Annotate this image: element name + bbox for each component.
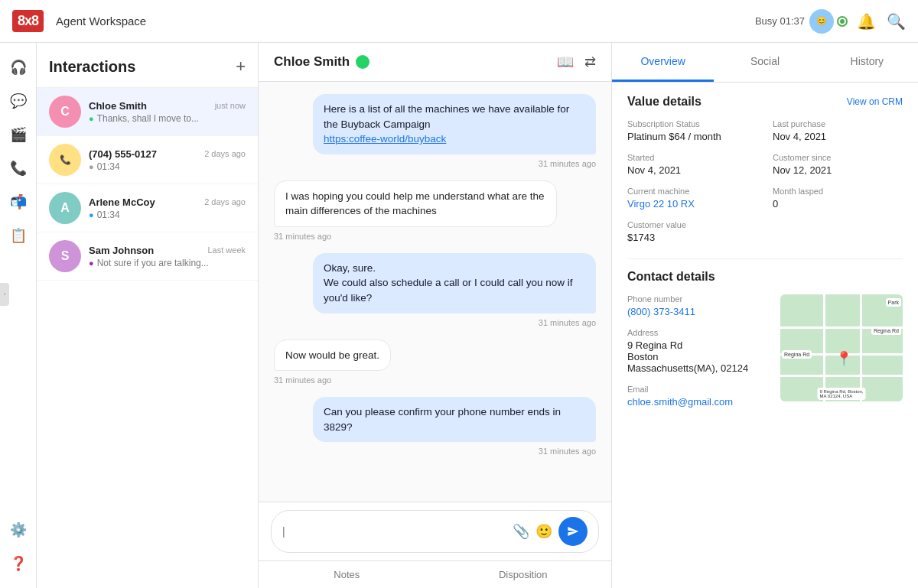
email-label: Email: [627, 385, 770, 394]
collapse-handle[interactable]: ‹: [0, 283, 9, 306]
left-nav: 🎧 💬 🎬 📞 📬 📋 ⚙️ ❓: [0, 43, 37, 588]
last-purchase-label: Last purchase: [773, 119, 903, 128]
current-machine-label: Current machine: [627, 187, 757, 196]
chat-input-area: 📎 🙂: [259, 502, 611, 560]
subscription-status-label: Subscription Status: [627, 119, 757, 128]
interactions-header: Interactions +: [37, 43, 258, 88]
view-crm-link[interactable]: View on CRM: [847, 96, 903, 107]
message-group-3: Okay, sure. We could also schedule a cal…: [274, 253, 596, 327]
month-lapsed-item: Month lasped 0: [773, 187, 903, 210]
message-time-4: 31 minutes ago: [274, 375, 331, 385]
header-right: Busy 01:37 😊 🔔 🔍: [755, 9, 906, 34]
last-purchase-item: Last purchase Nov 4, 2021: [773, 119, 903, 142]
twitter-icon: ●: [89, 210, 94, 219]
value-details-header: Value details View on CRM: [627, 95, 903, 109]
contact-item-sam[interactable]: S Sam Johnson Last week ● Not sure if yo…: [37, 232, 258, 281]
book-icon[interactable]: 📖: [557, 54, 574, 70]
current-machine-item: Current machine Virgo 22 10 RX: [627, 187, 757, 210]
top-header: 8x8 Agent Workspace Busy 01:37 😊 🔔 🔍: [0, 0, 918, 43]
avatar: 😊: [809, 9, 834, 34]
nav-voicemail-icon[interactable]: 📬: [3, 187, 34, 217]
phone-detail-item: Phone number (800) 373-3411: [627, 294, 770, 317]
svg-point-0: [359, 58, 366, 66]
customer-since-value: Nov 12, 2021: [773, 164, 903, 176]
attachment-icon[interactable]: 📎: [513, 523, 529, 540]
interactions-title: Interactions: [49, 58, 135, 76]
chat-contact-name: Chloe Smith: [274, 54, 549, 70]
status-text: Busy 01:37: [755, 15, 805, 27]
customer-value-value: $1743: [627, 232, 757, 243]
value-details-grid: Subscription Status Platinum $64 / month…: [627, 119, 903, 243]
notes-tab[interactable]: Notes: [259, 561, 435, 588]
started-item: Started Nov 4, 2021: [627, 153, 757, 176]
disposition-tab[interactable]: Disposition: [435, 561, 612, 588]
message-group-4: Now would be great. 31 minutes ago: [274, 339, 596, 385]
contact-item-arlene[interactable]: A Arlene McCoy 2 days ago ● 01:34: [37, 184, 258, 232]
contact-time-arlene: 2 days ago: [204, 197, 246, 206]
emoji-icon[interactable]: 🙂: [536, 523, 552, 540]
nav-video-icon[interactable]: 🎬: [3, 119, 34, 150]
message-time-1: 31 minutes ago: [539, 159, 596, 168]
message-bubble-4: Now would be great.: [274, 339, 391, 372]
contact-list: C Chloe Smith just now ● Thanks, shall I…: [37, 88, 258, 588]
chat-bottom-tabs: Notes Disposition: [259, 560, 611, 588]
message-bubble-5: Can you please confirm your phone number…: [313, 397, 596, 442]
tab-history[interactable]: History: [816, 43, 918, 82]
email-value[interactable]: chloe.smith@gmail.com: [627, 396, 770, 408]
search-icon[interactable]: 🔍: [887, 12, 906, 31]
contact-avatar-sam: S: [49, 240, 81, 272]
subscription-status-value: Platinum $64 / month: [627, 131, 757, 142]
settings-icon[interactable]: ⚙️: [3, 515, 34, 545]
send-button[interactable]: [558, 517, 588, 546]
tab-social[interactable]: Social: [714, 43, 815, 82]
logo: 8x8: [12, 10, 44, 32]
map-placeholder: 📍 Park Regina Rd Regina Rd 9 Regina Rd, …: [780, 294, 903, 401]
help-icon[interactable]: ❓: [3, 548, 34, 579]
started-value: Nov 4, 2021: [627, 164, 757, 176]
phone-channel-icon: ●: [89, 162, 94, 171]
contact-avatar-arlene: A: [49, 192, 81, 224]
nav-headset-icon[interactable]: 🎧: [3, 52, 34, 83]
contact-info-arlene: Arlene McCoy 2 days ago ● 01:34: [89, 197, 246, 220]
right-tabs: Overview Social History: [612, 43, 918, 83]
main-content: 🎧 💬 🎬 📞 📬 📋 ⚙️ ❓ Interactions + C Chloe …: [0, 43, 918, 588]
contact-details-body: Phone number (800) 373-3411 Address 9 Re…: [627, 294, 903, 418]
message-bubble-1: Here is a list of all the machines we ha…: [313, 94, 596, 154]
nav-tasks-icon[interactable]: 📋: [3, 220, 34, 251]
contact-details-title: Contact details: [627, 270, 715, 284]
month-lapsed-label: Month lasped: [773, 187, 903, 196]
month-lapsed-value: 0: [773, 198, 903, 210]
contact-preview-arlene: ● 01:34: [89, 210, 246, 220]
value-details-title: Value details: [627, 95, 702, 109]
customer-value-label: Customer value: [627, 220, 757, 229]
started-label: Started: [627, 153, 757, 162]
tab-overview[interactable]: Overview: [612, 43, 714, 82]
phone-value[interactable]: (800) 373-3411: [627, 306, 770, 317]
nav-chat-icon[interactable]: 💬: [3, 86, 34, 116]
address-line3: Massachusetts(MA), 02124: [627, 362, 770, 374]
contact-item-chloe[interactable]: C Chloe Smith just now ● Thanks, shall I…: [37, 88, 258, 136]
notification-icon[interactable]: 🔔: [857, 12, 876, 31]
message-bubble-2: I was hoping you could help me understan…: [274, 180, 557, 227]
phone-label: Phone number: [627, 294, 770, 304]
nav-phone-icon[interactable]: 📞: [3, 153, 34, 184]
message-link-1[interactable]: https:coffee-world/buyback: [324, 133, 446, 145]
address-label: Address: [627, 328, 770, 337]
customer-since-item: Customer since Nov 12, 2021: [773, 153, 903, 176]
current-machine-value[interactable]: Virgo 22 10 RX: [627, 198, 757, 210]
contact-time-chloe: just now: [215, 101, 246, 110]
address-detail-item: Address 9 Regina Rd Boston Massachusetts…: [627, 328, 770, 374]
transfer-icon[interactable]: ⇄: [584, 54, 596, 70]
interactions-panel: Interactions + C Chloe Smith just now ● …: [37, 43, 259, 588]
contact-avatar-phone: 📞: [49, 144, 81, 176]
customer-value-item: Customer value $1743: [627, 220, 757, 243]
divider-1: [627, 258, 903, 259]
contact-item-phone[interactable]: 📞 (704) 555-0127 2 days ago ● 01:34: [37, 136, 258, 184]
contact-info-chloe: Chloe Smith just now ● Thanks, shall I m…: [89, 100, 246, 124]
email-detail-item: Email chloe.smith@gmail.com: [627, 385, 770, 408]
add-interaction-button[interactable]: +: [236, 57, 246, 76]
message-input[interactable]: [282, 525, 506, 538]
message-time-2: 31 minutes ago: [274, 232, 331, 241]
contact-preview-phone: ● 01:34: [89, 161, 246, 172]
address-line2: Boston: [627, 351, 770, 362]
